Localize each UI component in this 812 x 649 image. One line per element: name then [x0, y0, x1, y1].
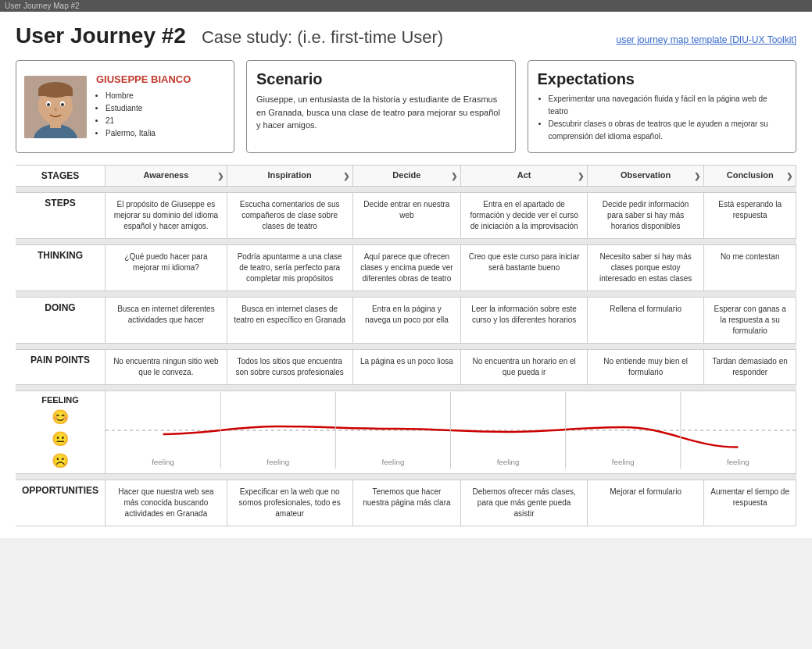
section-divider-row — [16, 291, 796, 298]
emoji-sad: ☹️ — [52, 452, 69, 469]
divider-cell — [461, 385, 588, 391]
divider-cell — [352, 239, 461, 245]
divider-cell — [352, 291, 461, 298]
template-link[interactable]: user journey map template [DIU-UX Toolki… — [616, 34, 796, 45]
divider-cell — [352, 187, 461, 193]
content-cell: Expecificar en la web que no somos profe… — [227, 480, 352, 526]
content-cell: Escucha comentarios de sus compañeros de… — [227, 193, 352, 239]
divider-cell — [106, 291, 227, 298]
content-row: STEPSEl propósito de Giuseppe es mejorar… — [16, 193, 796, 239]
persona-name: GIUSEPPE BIANCO — [96, 73, 226, 85]
content-cell: Creo que este curso para iniciar será ba… — [461, 245, 588, 291]
content-cell: No encuentra un horario en el que pueda … — [461, 350, 588, 385]
divider-cell — [106, 187, 227, 193]
svg-text:feeling: feeling — [497, 458, 520, 466]
content-cell: No entiende muy bien el formulario — [587, 350, 703, 385]
content-cell: Mejorar el formulario — [587, 480, 703, 526]
expectations-card: Expectations Experimentar una navegación… — [528, 60, 797, 153]
content-cell: No encuentra ningun sitio web que le con… — [106, 350, 227, 385]
content-cell: Está esperando la respuesta — [704, 193, 796, 239]
divider-cell — [587, 474, 703, 480]
content-cell: Tenemos que hacer nuestra página más cla… — [352, 480, 461, 526]
content-row: PAIN POINTSNo encuentra ningun sitio web… — [16, 350, 796, 385]
content-cell: ¿Qué puedo hacer para mejorar mi idioma? — [106, 245, 227, 291]
divider-cell — [227, 474, 352, 480]
header-row: User Journey #2 Case study: (i.e. first-… — [16, 23, 796, 48]
divider-cell — [227, 385, 352, 391]
divider-cell — [227, 187, 352, 193]
divider-cell — [461, 474, 588, 480]
emoji-neutral: 😐 — [52, 430, 69, 448]
section-divider-row — [16, 187, 796, 193]
divider-cell — [587, 291, 703, 298]
content-row: DOINGBusca en internet diferentes activi… — [16, 298, 796, 344]
divider-cell — [227, 239, 352, 245]
persona-info: GIUSEPPE BIANCO HombreEstudiante21Palerm… — [96, 73, 226, 140]
content-cell: Entra en el apartado de formación y deci… — [461, 193, 588, 239]
content-row: THINKING¿Qué puedo hacer para mejorar mi… — [16, 245, 796, 291]
divider-cell — [461, 187, 588, 193]
divider-cell — [106, 385, 227, 391]
content-cell: Decide entrar en nuestra web — [352, 193, 461, 239]
section-divider-row — [16, 474, 796, 480]
divider-cell — [227, 344, 352, 350]
feeling-chart-cell: feelingfeelingfeelingfeelingfeelingfeeli… — [106, 391, 796, 474]
scenario-title: Scenario — [256, 70, 506, 88]
section-divider-row — [16, 239, 796, 245]
title-bar: User Journey Map #2 — [0, 0, 812, 12]
content-cell: Aumentar el tiempo de respuesta — [704, 480, 796, 526]
divider-cell — [16, 291, 106, 298]
svg-text:feeling: feeling — [266, 458, 289, 466]
svg-text:feeling: feeling — [727, 458, 749, 466]
content-cell: Hacer que nuestra web sea más conocida b… — [106, 480, 227, 526]
stage-header-cell: Inspiration — [227, 166, 352, 187]
expectations-title: Expectations — [538, 70, 787, 88]
content-cell: Tardan demasiado en responder — [704, 350, 796, 385]
divider-cell — [587, 385, 703, 391]
divider-cell — [587, 239, 703, 245]
content-cell: Aquí parece que ofrecen clases y encima … — [352, 245, 461, 291]
divider-cell — [106, 239, 227, 245]
content-cell: Necesito saber si hay más clases porque … — [587, 245, 703, 291]
divider-cell — [704, 385, 796, 391]
scenario-text: Giuseppe, un entusiasta de la historia y… — [256, 93, 506, 132]
persona-detail-item: Estudiante — [106, 102, 226, 115]
stage-header-cell: Conclusion — [704, 166, 796, 187]
expectation-item: Descubrir clases o obras de teatros que … — [549, 118, 787, 143]
title-bar-text: User Journey Map #2 — [5, 2, 80, 10]
scenario-card: Scenario Giuseppe, un entusiasta de la h… — [246, 60, 516, 153]
section-divider-row — [16, 385, 796, 391]
divider-cell — [704, 474, 796, 480]
persona-detail-item: 21 — [106, 115, 226, 127]
content-cell: No me contestan — [704, 245, 796, 291]
divider-cell — [352, 474, 461, 480]
content-cell: Esperar con ganas a la respuesta a su fo… — [704, 298, 796, 344]
content-cell: La página es un poco liosa — [352, 350, 461, 385]
divider-cell — [704, 344, 796, 350]
stages-row: STAGESAwarenessInspirationDecideActObser… — [16, 166, 796, 187]
persona-card: GIUSEPPE BIANCO HombreEstudiante21Palerm… — [16, 60, 234, 153]
svg-point-9 — [61, 103, 64, 106]
stage-header-cell: Observation — [587, 166, 703, 187]
divider-cell — [704, 187, 796, 193]
stage-header-cell: Awareness — [106, 166, 227, 187]
persona-section: GIUSEPPE BIANCO HombreEstudiante21Palerm… — [16, 60, 796, 153]
section-label: STEPS — [16, 193, 106, 239]
content-cell: Leer la información sobre este curso y l… — [461, 298, 588, 344]
stage-header-cell: Act — [461, 166, 588, 187]
divider-cell — [16, 239, 106, 245]
persona-detail-item: Hombre — [106, 90, 226, 102]
content-cell: Busca en internet clases de teatro en es… — [227, 298, 352, 344]
content-cell: Debemos ofrecer más clases, para que más… — [461, 480, 588, 526]
feeling-row: FEELING 😊 😐 ☹️ feelingfeelingfeelingfeel… — [16, 391, 796, 474]
svg-text:feeling: feeling — [612, 458, 635, 466]
content-cell: Todos los sitios que encuentra son sobre… — [227, 350, 352, 385]
divider-cell — [461, 291, 588, 298]
divider-cell — [16, 187, 106, 193]
section-label: DOING — [16, 298, 106, 344]
svg-rect-5 — [38, 90, 73, 96]
svg-text:feeling: feeling — [152, 458, 174, 466]
section-divider-row — [16, 344, 796, 350]
content-row: OPPORTUNITIESHacer que nuestra web sea m… — [16, 480, 796, 526]
stage-header-cell: Decide — [352, 166, 461, 187]
